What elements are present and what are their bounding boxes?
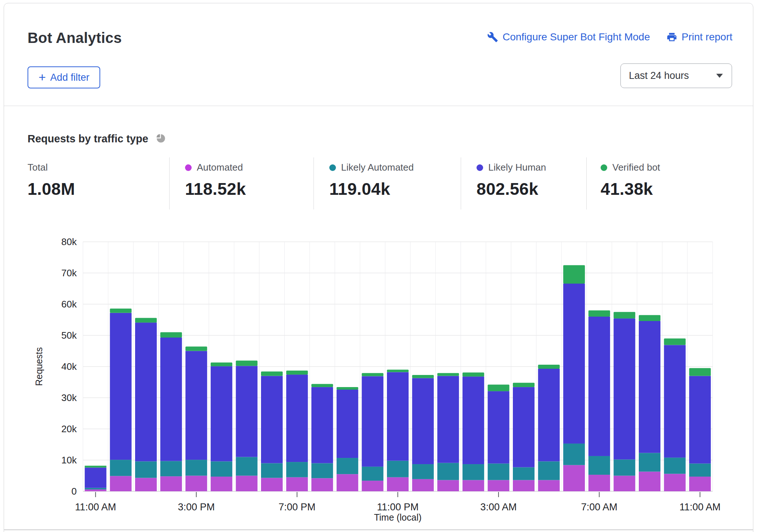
bar-segment-likely-human[interactable]: [689, 376, 711, 464]
bar-segment-automated[interactable]: [286, 477, 308, 491]
time-range-select[interactable]: Last 24 hours: [620, 63, 732, 88]
bar-segment-verified-bot[interactable]: [463, 372, 484, 376]
bar-segment-likely-automated[interactable]: [311, 463, 333, 478]
bar-segment-likely-automated[interactable]: [639, 453, 660, 471]
bar-segment-automated[interactable]: [160, 476, 182, 491]
bar-segment-likely-human[interactable]: [563, 284, 585, 444]
bar-segment-verified-bot[interactable]: [488, 385, 509, 391]
bar-segment-automated[interactable]: [211, 477, 232, 491]
bar-segment-likely-automated[interactable]: [337, 458, 358, 474]
bar-segment-likely-automated[interactable]: [664, 458, 686, 474]
bar-segment-verified-bot[interactable]: [412, 375, 434, 378]
bar-segment-verified-bot[interactable]: [689, 368, 711, 376]
bar-segment-likely-human[interactable]: [261, 376, 283, 463]
bar-segment-verified-bot[interactable]: [337, 387, 358, 390]
bar-segment-likely-automated[interactable]: [538, 461, 560, 480]
print-report-link[interactable]: Print report: [666, 31, 733, 43]
stat-likely-automated[interactable]: Likely Automated 119.04k: [314, 157, 414, 209]
bar-segment-likely-automated[interactable]: [412, 464, 434, 479]
bar-segment-likely-human[interactable]: [488, 391, 509, 463]
bar-segment-automated[interactable]: [135, 478, 157, 491]
configure-super-bot-fight-mode-link[interactable]: Configure Super Bot Fight Mode: [487, 31, 650, 43]
bar-segment-verified-bot[interactable]: [185, 347, 207, 351]
bar-segment-verified-bot[interactable]: [135, 318, 157, 323]
stat-automated[interactable]: Automated 118.52k: [169, 157, 246, 209]
bar-segment-automated[interactable]: [236, 476, 257, 492]
bar-segment-verified-bot[interactable]: [286, 371, 308, 375]
bar-segment-verified-bot[interactable]: [513, 383, 535, 387]
bar-segment-automated[interactable]: [538, 480, 560, 491]
bar-segment-automated[interactable]: [110, 476, 131, 491]
bar-segment-likely-human[interactable]: [160, 338, 182, 461]
bar-segment-automated[interactable]: [689, 477, 711, 491]
bar-segment-automated[interactable]: [362, 481, 383, 491]
bar-segment-likely-automated[interactable]: [160, 461, 182, 477]
bar-segment-verified-bot[interactable]: [110, 309, 131, 313]
bar-segment-verified-bot[interactable]: [311, 384, 333, 387]
bar-segment-likely-automated[interactable]: [211, 461, 232, 477]
bar-segment-likely-human[interactable]: [185, 351, 207, 460]
bar-segment-automated[interactable]: [563, 465, 585, 491]
bar-segment-likely-automated[interactable]: [286, 462, 308, 477]
bar-segment-likely-human[interactable]: [613, 318, 635, 459]
bar-segment-verified-bot[interactable]: [236, 361, 257, 366]
bar-segment-automated[interactable]: [261, 478, 283, 491]
bar-segment-likely-automated[interactable]: [588, 456, 610, 475]
bar-segment-automated[interactable]: [513, 480, 535, 491]
bar-segment-verified-bot[interactable]: [538, 365, 560, 369]
stat-likely-human[interactable]: Likely Human 802.56k: [461, 157, 546, 209]
bar-segment-likely-human[interactable]: [412, 378, 434, 464]
bar-segment-likely-human[interactable]: [110, 313, 131, 460]
bar-segment-likely-human[interactable]: [362, 376, 383, 467]
add-filter-button[interactable]: + Add filter: [28, 66, 100, 88]
bar-segment-likely-human[interactable]: [337, 390, 358, 458]
bar-segment-automated[interactable]: [588, 475, 610, 491]
bar-segment-verified-bot[interactable]: [261, 372, 283, 376]
bar-segment-likely-automated[interactable]: [110, 460, 131, 476]
bar-segment-likely-human[interactable]: [588, 317, 610, 456]
bar-segment-automated[interactable]: [412, 479, 434, 491]
bar-segment-verified-bot[interactable]: [664, 339, 686, 345]
bar-segment-likely-human[interactable]: [538, 369, 560, 461]
bar-segment-likely-human[interactable]: [211, 366, 232, 461]
bar-segment-verified-bot[interactable]: [362, 373, 383, 376]
stat-verified-bot[interactable]: Verified bot 41.38k: [586, 157, 660, 209]
bar-segment-likely-human[interactable]: [236, 366, 257, 457]
bar-segment-likely-human[interactable]: [286, 375, 308, 462]
bar-segment-automated[interactable]: [311, 478, 333, 491]
bar-segment-automated[interactable]: [337, 474, 358, 491]
bar-segment-verified-bot[interactable]: [639, 315, 660, 321]
bar-segment-likely-automated[interactable]: [437, 463, 459, 480]
bar-segment-verified-bot[interactable]: [160, 332, 182, 338]
bar-segment-likely-automated[interactable]: [362, 467, 383, 481]
bar-segment-likely-automated[interactable]: [135, 461, 157, 478]
bar-segment-verified-bot[interactable]: [437, 373, 459, 376]
bar-segment-likely-human[interactable]: [85, 467, 106, 488]
bar-segment-likely-automated[interactable]: [563, 444, 585, 465]
bar-segment-verified-bot[interactable]: [563, 265, 585, 284]
bar-segment-likely-automated[interactable]: [689, 463, 711, 477]
bar-segment-likely-automated[interactable]: [463, 464, 484, 480]
bar-segment-likely-human[interactable]: [135, 323, 157, 461]
bar-segment-verified-bot[interactable]: [85, 466, 106, 467]
bar-segment-likely-automated[interactable]: [85, 488, 106, 489]
bar-segment-automated[interactable]: [387, 477, 409, 491]
bar-segment-automated[interactable]: [613, 476, 635, 492]
bar-segment-likely-human[interactable]: [639, 321, 660, 453]
bar-segment-likely-human[interactable]: [387, 372, 409, 460]
bar-segment-automated[interactable]: [437, 480, 459, 491]
bar-segment-likely-human[interactable]: [311, 387, 333, 463]
bar-segment-automated[interactable]: [463, 480, 484, 491]
bar-segment-likely-automated[interactable]: [488, 463, 509, 480]
bar-segment-verified-bot[interactable]: [588, 310, 610, 317]
bar-segment-automated[interactable]: [664, 474, 686, 491]
bar-segment-likely-automated[interactable]: [261, 463, 283, 478]
bar-segment-likely-human[interactable]: [664, 345, 686, 458]
bar-segment-automated[interactable]: [488, 480, 509, 491]
bar-segment-likely-human[interactable]: [513, 387, 535, 467]
bar-segment-verified-bot[interactable]: [387, 370, 409, 372]
bar-segment-likely-automated[interactable]: [387, 461, 409, 477]
bar-segment-likely-human[interactable]: [437, 376, 459, 463]
bar-segment-likely-automated[interactable]: [513, 467, 535, 480]
bar-segment-verified-bot[interactable]: [613, 312, 635, 318]
